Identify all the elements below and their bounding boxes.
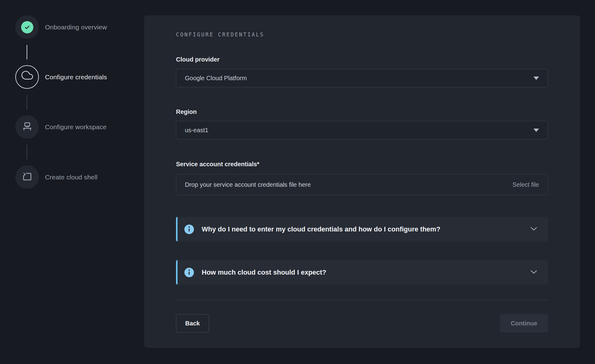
step-create-cloud-shell[interactable]: Create cloud shell [15, 165, 98, 189]
select-file-button[interactable]: Select file [512, 181, 539, 188]
chevron-down-icon [530, 270, 537, 275]
step-label: Configure credentials [45, 73, 107, 81]
workspace-icon [21, 120, 33, 134]
region-select[interactable]: us-east1 [176, 121, 548, 139]
section-heading: CONFIGURE CREDENTIALS [176, 32, 264, 38]
onboarding-stepper: Onboarding overview Configure credential… [0, 0, 144, 364]
info-icon [184, 224, 194, 235]
dropdown-caret-icon [533, 129, 539, 132]
service-account-credentials-label: Service account credentials* [176, 161, 259, 168]
accent-bar [176, 217, 178, 242]
step-circle-upcoming [15, 165, 39, 189]
dropzone-hint: Drop your service account credentials fi… [185, 181, 311, 188]
step-label: Create cloud shell [45, 174, 98, 181]
region-label: Region [176, 108, 197, 115]
credentials-file-dropzone[interactable]: Drop your service account credentials fi… [176, 174, 548, 195]
step-connector [27, 95, 27, 109]
footer-divider [176, 300, 548, 300]
step-connector [27, 145, 27, 159]
check-icon [21, 21, 33, 33]
accent-bar [176, 260, 178, 285]
faq-credentials-accordion[interactable]: Why do I need to enter my cloud credenti… [176, 217, 548, 242]
step-circle-upcoming [15, 115, 39, 139]
info-icon [184, 267, 194, 278]
step-configure-workspace[interactable]: Configure workspace [15, 115, 107, 139]
step-configure-credentials[interactable]: Configure credentials [15, 65, 107, 89]
faq-cost-accordion[interactable]: How much cloud cost should I expect? [176, 260, 548, 285]
cloud-provider-value: Google Cloud Platform [185, 75, 533, 82]
step-label: Onboarding overview [45, 24, 107, 31]
cloud-icon [21, 70, 34, 84]
terminal-icon [21, 171, 33, 184]
region-value: us-east1 [185, 127, 533, 134]
chevron-down-icon [530, 227, 537, 232]
faq-question: How much cloud cost should I expect? [202, 268, 326, 276]
back-button[interactable]: Back [176, 314, 209, 332]
faq-question: Why do I need to enter my cloud credenti… [202, 225, 440, 233]
cloud-provider-label: Cloud provider [176, 56, 219, 63]
step-circle-active [15, 65, 39, 89]
step-circle-completed [15, 15, 39, 39]
step-connector-done [27, 45, 27, 59]
dropdown-caret-icon [533, 77, 539, 80]
step-label: Configure workspace [45, 123, 107, 131]
continue-button[interactable]: Continue [500, 314, 548, 332]
configure-credentials-panel: CONFIGURE CREDENTIALS Cloud provider Goo… [144, 15, 580, 348]
step-onboarding-overview[interactable]: Onboarding overview [15, 15, 107, 39]
cloud-provider-select[interactable]: Google Cloud Platform [176, 69, 548, 87]
